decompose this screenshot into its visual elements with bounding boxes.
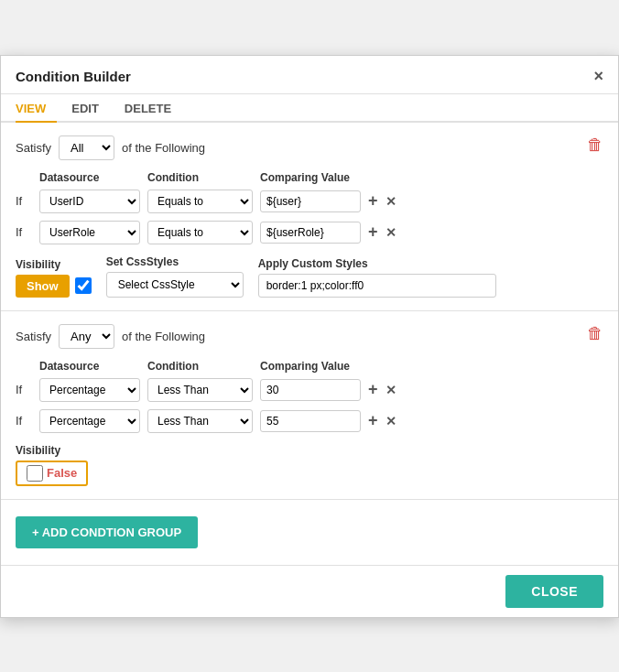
apply-custom-col-1: Apply Custom Styles xyxy=(258,257,496,298)
show-toggle-button-1[interactable]: Show xyxy=(16,275,70,298)
visibility-col-1: Visibility Show xyxy=(16,258,92,298)
add-row-2-1-button[interactable]: + xyxy=(368,380,378,399)
col-header-condition-1: Condition xyxy=(147,171,253,184)
condition-row-2-2: If Percentage Less Than + ✕ xyxy=(16,409,603,433)
modal-close-x-button[interactable]: × xyxy=(593,67,603,86)
add-row-1-1-button[interactable]: + xyxy=(368,191,378,211)
visibility-label-2: Visibility xyxy=(16,444,88,457)
if-label-1-2: If xyxy=(16,225,32,239)
condition-select-1-1[interactable]: Equals to xyxy=(147,190,253,213)
css-style-select-1[interactable]: Select CssStyle xyxy=(106,272,244,298)
of-following-1: of the Following xyxy=(122,141,205,155)
condition-select-2-2[interactable]: Less Than xyxy=(147,409,253,433)
modal-body: Satisfy All Any of the Following 🗑 Datas… xyxy=(1,123,618,565)
add-condition-group-button[interactable]: + ADD CONDTION GROUP xyxy=(16,516,198,548)
col-header-condition-2: Condition xyxy=(147,360,253,373)
condition-select-1-2[interactable]: Equals to xyxy=(147,221,253,244)
condition-row-1-1: If UserID Equals to + ✕ xyxy=(16,190,603,213)
col-header-datasource-1: Datasource xyxy=(39,171,140,184)
false-toggle-label-2: False xyxy=(47,466,77,480)
satisfy-select-1[interactable]: All Any xyxy=(59,135,114,160)
tabs-bar: VIEW EDIT DELETE xyxy=(1,94,618,123)
css-style-col-1: Set CssStyles Select CssStyle xyxy=(106,255,244,298)
datasource-select-1-1[interactable]: UserID xyxy=(39,190,140,213)
close-button[interactable]: CLOSE xyxy=(505,575,603,608)
comparing-input-1-1[interactable] xyxy=(260,190,361,212)
tab-view[interactable]: VIEW xyxy=(16,94,57,123)
tab-delete[interactable]: DELETE xyxy=(125,94,182,123)
datasource-select-1-2[interactable]: UserRole xyxy=(39,221,140,244)
css-style-label-1: Set CssStyles xyxy=(106,255,244,268)
remove-row-1-1-button[interactable]: ✕ xyxy=(386,194,396,209)
apply-custom-input-1[interactable] xyxy=(258,274,496,298)
condition-group-2: Satisfy All Any of the Following 🗑 Datas… xyxy=(1,311,618,500)
datasource-select-2-2[interactable]: Percentage xyxy=(39,409,140,433)
column-headers-1: Datasource Condition Comparing Value xyxy=(16,171,603,184)
false-toggle-button-2[interactable]: False xyxy=(16,461,88,486)
tab-edit[interactable]: EDIT xyxy=(71,94,110,123)
false-checkbox-2[interactable] xyxy=(27,465,43,482)
delete-group-2-button[interactable]: 🗑 xyxy=(587,324,603,343)
condition-row-1-2: If UserRole Equals to + ✕ xyxy=(16,221,603,244)
modal-title: Condition Builder xyxy=(16,69,131,84)
col-header-comparing-1: Comparing Value xyxy=(260,171,361,184)
show-checkbox-1[interactable] xyxy=(75,277,92,294)
remove-row-2-2-button[interactable]: ✕ xyxy=(386,414,396,428)
condition-builder-modal: Condition Builder × VIEW EDIT DELETE Sat… xyxy=(0,55,619,618)
satisfy-row-2: Satisfy All Any of the Following xyxy=(16,324,603,349)
visibility-toggle-2: False xyxy=(16,461,88,486)
if-label-2-2: If xyxy=(16,414,32,428)
comparing-input-1-2[interactable] xyxy=(260,222,361,244)
remove-row-2-1-button[interactable]: ✕ xyxy=(386,383,396,397)
modal-header: Condition Builder × xyxy=(1,56,618,94)
comparing-input-2-2[interactable] xyxy=(260,410,361,432)
apply-custom-label-1: Apply Custom Styles xyxy=(258,257,496,270)
visibility-label-1: Visibility xyxy=(16,258,92,271)
condition-select-2-1[interactable]: Less Than xyxy=(147,378,253,402)
add-row-2-2-button[interactable]: + xyxy=(368,411,378,430)
column-headers-2: Datasource Condition Comparing Value xyxy=(16,360,603,373)
visibility-col-2: Visibility False xyxy=(16,444,88,486)
of-following-2: of the Following xyxy=(122,330,205,343)
style-row-1: Visibility Show Set CssStyles Select Css… xyxy=(16,255,603,298)
add-group-section: + ADD CONDTION GROUP xyxy=(1,500,618,565)
col-header-datasource-2: Datasource xyxy=(39,360,140,373)
condition-row-2-1: If Percentage Less Than + ✕ xyxy=(16,378,603,402)
satisfy-row-1: Satisfy All Any of the Following xyxy=(16,135,603,160)
satisfy-label-2: Satisfy xyxy=(16,330,51,343)
remove-row-1-2-button[interactable]: ✕ xyxy=(386,225,396,240)
delete-group-1-button[interactable]: 🗑 xyxy=(587,135,603,155)
if-label-1-1: If xyxy=(16,194,32,208)
condition-group-1: Satisfy All Any of the Following 🗑 Datas… xyxy=(1,123,618,311)
comparing-input-2-1[interactable] xyxy=(260,379,361,401)
style-row-2: Visibility False xyxy=(16,444,603,486)
datasource-select-2-1[interactable]: Percentage xyxy=(39,378,140,402)
if-label-2-1: If xyxy=(16,383,32,396)
satisfy-label-1: Satisfy xyxy=(16,141,51,155)
visibility-toggle-1: Show xyxy=(16,275,92,298)
satisfy-select-2[interactable]: All Any xyxy=(59,324,114,349)
modal-footer: CLOSE xyxy=(1,565,618,617)
col-header-comparing-2: Comparing Value xyxy=(260,360,361,373)
add-row-1-2-button[interactable]: + xyxy=(368,222,378,242)
